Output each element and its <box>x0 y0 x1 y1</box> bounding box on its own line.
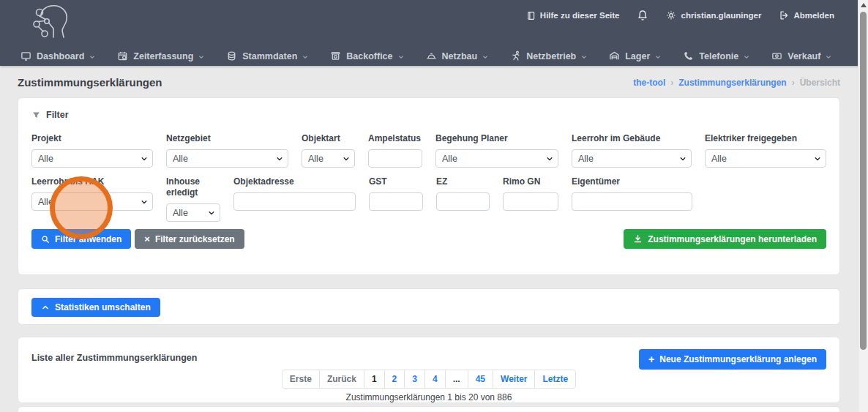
projekt-select[interactable]: Alle <box>31 149 153 168</box>
field-label: Leerrohr im Gebäude <box>572 133 692 144</box>
field-elektriker-freigegeben: Elektriker freigegeben Alle <box>705 133 826 168</box>
netzgebiet-select[interactable]: Alle <box>166 149 288 168</box>
pagination-first[interactable]: Erste <box>282 370 320 389</box>
apply-filter-button[interactable]: Filter anwenden <box>31 229 131 249</box>
field-label: EZ <box>436 176 490 187</box>
chevron-down-icon <box>398 53 404 60</box>
elektriker-freigegeben-select[interactable]: Alle <box>705 149 826 168</box>
pagination-page-3[interactable]: 3 <box>404 370 425 389</box>
main-nav: Dashboard Zeiterfassung Stammdaten <box>20 50 853 61</box>
pagination-last[interactable]: Letzte <box>534 370 576 389</box>
nav-item-zeiterfassung[interactable]: Zeiterfassung <box>117 50 204 61</box>
field-label: Objektadresse <box>233 176 356 187</box>
calendar-clock-icon <box>117 50 128 61</box>
warehouse-icon <box>609 50 620 61</box>
nav-label: Verkauf <box>787 51 820 61</box>
field-label: Inhouse erledigt <box>166 176 220 198</box>
notifications-button[interactable] <box>637 10 648 21</box>
gst-input[interactable] <box>369 192 423 211</box>
rimo-gn-input[interactable] <box>503 192 558 211</box>
scroll-up-arrow-icon[interactable] <box>861 3 867 7</box>
breadcrumb-separator: › <box>670 78 673 88</box>
chevron-down-icon <box>89 53 95 60</box>
objektadresse-input[interactable] <box>233 192 356 211</box>
nav-label: Backoffice <box>346 51 392 61</box>
page-head: Zustimmmungserklärungen the-tool › Zusti… <box>18 76 840 89</box>
download-icon <box>633 234 643 244</box>
close-icon: × <box>144 234 150 244</box>
toggle-stats-button[interactable]: Statistiken umschalten <box>31 298 160 317</box>
nav-item-netzbetrieb[interactable]: Netzbetrieb <box>510 50 587 61</box>
leerrohr-im-gebaeude-select[interactable]: Alle <box>572 149 692 168</box>
nav-item-stammdaten[interactable]: Stammdaten <box>226 50 308 61</box>
pagination-ellipsis: ... <box>445 370 468 389</box>
nav-item-lager[interactable]: Lager <box>609 50 661 61</box>
field-projekt: Projekt Alle <box>31 133 153 168</box>
field-label: Begehung Planer <box>435 133 558 144</box>
pagination-next[interactable]: Weiter <box>493 370 535 389</box>
result-count: Zustimmungserklärungen 1 bis 20 von 886 <box>31 392 826 402</box>
list-header: Liste aller Zustimmmungserklärungen + Ne… <box>31 349 826 370</box>
nav-item-backoffice[interactable]: Backoffice <box>330 50 403 61</box>
field-leerrohr-im-gebaeude: Leerrohr im Gebäude Alle <box>572 133 692 168</box>
reset-filter-button[interactable]: × Filter zurücksetzen <box>135 229 244 249</box>
logout-label: Abmelden <box>793 11 834 20</box>
logout-icon <box>779 10 789 20</box>
breadcrumb-section-link[interactable]: Zustimmungserklärungen <box>678 78 786 88</box>
nav-item-dashboard[interactable]: Dashboard <box>20 50 95 61</box>
pagination-page-1[interactable]: 1 <box>364 370 385 389</box>
field-rimo-gn: Rimo GN <box>503 176 558 211</box>
chevron-up-icon <box>41 303 50 312</box>
help-link[interactable]: Hilfe zu dieser Seite <box>526 11 620 20</box>
leerrohr-bis-hak-select[interactable]: Alle <box>31 192 153 211</box>
nav-item-netzbau[interactable]: Netzbau <box>426 50 489 61</box>
scrollbar-thumb[interactable] <box>860 12 867 350</box>
username-label: christian.glauninger <box>681 11 761 20</box>
page-content: Zustimmmungserklärungen the-tool › Zusti… <box>0 76 868 412</box>
ampelstatus-input[interactable] <box>368 149 422 168</box>
field-begehung-planer: Begehung Planer Alle <box>435 133 558 168</box>
nav-label: Telefonie <box>699 51 738 61</box>
user-menu[interactable]: christian.glauninger <box>666 10 761 20</box>
utility-bar: Hilfe zu dieser Seite christian.glauning… <box>526 10 834 21</box>
funnel-icon <box>31 111 41 120</box>
field-label: Objektart <box>302 133 355 144</box>
new-declaration-button[interactable]: + Neue Zustimmungserklärung anlegen <box>639 349 826 370</box>
field-label: Netzgebiet <box>166 133 288 144</box>
phone-icon <box>683 50 694 61</box>
top-header: Hilfe zu dieser Seite christian.glauning… <box>0 0 868 66</box>
nav-item-telefonie[interactable]: Telefonie <box>683 50 749 61</box>
field-label: Rimo GN <box>503 176 558 187</box>
pagination-page-2[interactable]: 2 <box>384 370 405 389</box>
field-label: Eigentümer <box>572 176 692 187</box>
chevron-down-icon <box>198 53 204 60</box>
logout-button[interactable]: Abmelden <box>779 10 834 20</box>
begehung-planer-select[interactable]: Alle <box>435 149 558 168</box>
breadcrumb: the-tool › Zustimmungserklärungen › Über… <box>633 78 840 88</box>
app-logo[interactable] <box>29 4 75 40</box>
nav-label: Netzbetrieb <box>526 51 576 61</box>
pagination-page-4[interactable]: 4 <box>424 370 446 389</box>
inhouse-erledigt-select[interactable]: Alle <box>166 203 220 222</box>
breadcrumb-root-link[interactable]: the-tool <box>633 78 665 88</box>
ez-input[interactable] <box>436 192 490 211</box>
pagination-prev[interactable]: Zurück <box>319 370 364 389</box>
gear-icon <box>666 10 676 20</box>
objektart-select[interactable]: Alle <box>302 149 355 168</box>
monitor-icon <box>20 50 31 61</box>
pagination-page-45[interactable]: 45 <box>468 370 493 389</box>
stats-panel: Statistiken umschalten <box>18 288 840 325</box>
logo-head-network-icon <box>29 4 75 40</box>
eigentuemer-input[interactable] <box>572 192 692 211</box>
filter-panel: Filter Projekt Alle Netzgebiet Alle <box>18 97 840 275</box>
nav-label: Dashboard <box>37 51 84 61</box>
download-declarations-label: Zustimmungserklärungen herunterladen <box>648 234 817 244</box>
nav-item-verkauf[interactable]: Verkauf <box>771 50 831 61</box>
field-objektadresse: Objektadresse <box>233 176 356 211</box>
download-declarations-button[interactable]: Zustimmungserklärungen herunterladen <box>624 229 826 249</box>
search-icon <box>41 235 50 244</box>
chevron-down-icon <box>744 53 749 60</box>
field-label: GST <box>369 176 423 187</box>
reset-filter-label: Filter zurücksetzen <box>155 234 235 244</box>
chevron-down-icon <box>581 53 587 60</box>
